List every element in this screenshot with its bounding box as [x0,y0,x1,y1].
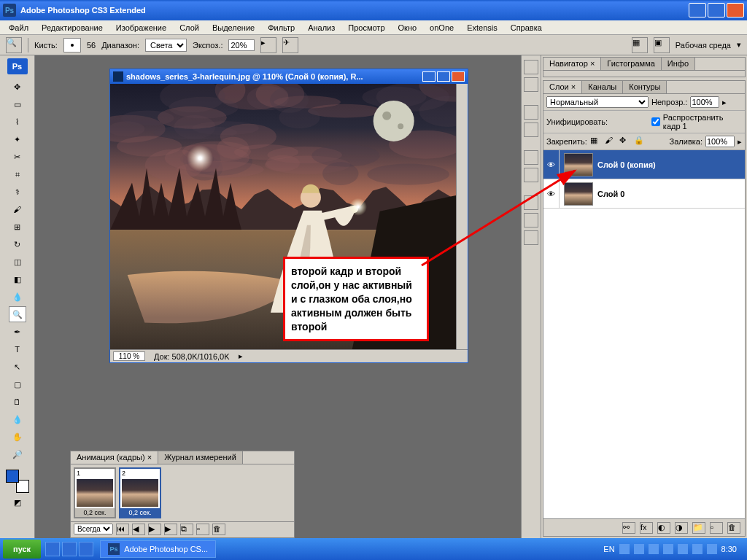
dock-icon[interactable] [524,213,538,228]
layer-group-icon[interactable]: 📁 [692,522,705,534]
blend-mode-select[interactable]: Нормальный [546,96,649,108]
history-brush-tool[interactable]: ↻ [9,236,26,252]
loop-select[interactable]: Всегда [74,524,113,534]
eraser-tool[interactable]: ◫ [9,254,26,270]
taskbar-app[interactable]: Ps Adobe Photoshop CS... [100,540,216,558]
clock[interactable]: 8:30 [721,545,737,553]
menu-filter[interactable]: Фильтр [262,22,301,34]
dock-icon[interactable] [524,105,538,120]
visibility-icon[interactable]: 👁 [543,150,560,179]
dock-icon[interactable] [524,150,538,165]
brush-tool[interactable]: 🖌 [9,201,26,217]
path-select-tool[interactable]: ↖ [9,359,26,375]
tray-icon[interactable] [619,544,630,554]
healing-tool[interactable]: ⚕ [9,184,26,200]
tab-channels[interactable]: Каналы [582,81,623,93]
unify-position-icon[interactable] [611,116,622,128]
animation-frame[interactable]: 1 0,2 сек. [74,467,116,518]
play-button[interactable]: ▶ [148,524,161,535]
document-titlebar[interactable]: shadows_series_3-harlequin.jpg @ 110% (С… [110,69,468,84]
menu-edit[interactable]: Редактирование [36,22,109,34]
move-tool[interactable]: ✥ [9,79,26,95]
blur-tool[interactable]: 💧 [9,289,26,305]
start-button[interactable]: пуск [3,540,41,559]
notes-tool[interactable]: 🗒 [9,394,26,410]
next-frame-button[interactable]: ▶ [164,524,177,535]
exposure-input[interactable] [228,39,255,51]
doc-maximize-button[interactable] [437,71,450,82]
dodge-tool[interactable]: 🔍 [9,306,26,322]
exposure-slider-icon[interactable]: ▸ [260,37,276,53]
prev-frame-button[interactable]: ◀ [132,524,145,535]
close-button[interactable] [727,3,744,18]
minimize-button[interactable] [689,3,706,18]
tab-layers[interactable]: Слои × [543,81,582,93]
menu-image[interactable]: Изображение [110,22,172,34]
first-frame-button[interactable]: ⏮ [116,524,129,535]
menu-onone[interactable]: onOne [424,22,460,34]
tray-icon[interactable] [692,544,703,554]
airbrush-icon[interactable]: ✈ [282,37,298,53]
maximize-button[interactable] [708,3,725,18]
brush-preview[interactable] [63,38,81,52]
foreground-color-swatch[interactable] [6,470,19,483]
dock-icon[interactable] [524,168,538,182]
ps-logo-icon[interactable]: Ps [7,58,28,74]
stamp-tool[interactable]: ⊞ [9,219,26,235]
delete-frame-button[interactable]: 🗑 [212,524,225,535]
lasso-tool[interactable]: ⌇ [9,114,26,130]
dock-icon[interactable] [524,230,538,245]
doc-close-button[interactable] [452,71,465,82]
lock-image-icon[interactable]: 🖌 [605,136,616,147]
menu-help[interactable]: Справка [505,22,548,34]
hand-tool[interactable]: ✋ [9,429,26,445]
lock-transparent-icon[interactable]: ▦ [590,136,602,147]
tab-measurement-log[interactable]: Журнал измерений [158,451,243,464]
menu-layer[interactable]: Слой [174,22,205,34]
layer-mask-icon[interactable]: ◐ [657,522,670,534]
tray-icon[interactable] [678,544,688,554]
zoom-tool[interactable]: 🔎 [9,446,26,462]
visibility-icon[interactable]: 👁 [543,179,560,208]
menu-extensis[interactable]: Extensis [461,22,503,34]
layer-row[interactable]: 👁 Слой 0 (копия) [543,150,745,179]
menu-window[interactable]: Окно [392,22,423,34]
tween-button[interactable]: ⧉ [180,524,193,535]
doc-minimize-button[interactable] [422,71,436,82]
dock-icon[interactable] [524,122,538,137]
unify-style-icon[interactable] [638,116,649,128]
tab-histogram[interactable]: Гистограмма [601,58,662,70]
new-layer-icon[interactable]: ▫ [710,522,723,534]
workspace-arrow-icon[interactable]: ▾ [737,40,741,50]
vertical-scrollbar[interactable] [456,84,468,349]
tab-paths[interactable]: Контуры [623,81,667,93]
propagate-checkbox[interactable] [651,117,660,126]
slice-tool[interactable]: ⌗ [9,166,26,182]
color-swatches[interactable] [6,470,29,493]
shape-tool[interactable]: ▢ [9,376,26,392]
lock-all-icon[interactable]: 🔒 [634,136,646,147]
new-frame-button[interactable]: ▫ [196,524,209,535]
zoom-input[interactable] [113,351,145,361]
pen-tool[interactable]: ✒ [9,324,26,340]
crop-tool[interactable]: ✂ [9,149,26,165]
current-tool-icon[interactable]: 🔍 [6,37,22,53]
language-indicator[interactable]: EN [603,545,614,553]
tab-animation[interactable]: Анимация (кадры) × [71,451,158,464]
menu-file[interactable]: Файл [3,22,34,34]
menu-analysis[interactable]: Анализ [302,22,341,34]
screen-mode-icon[interactable]: ▣ [654,37,670,53]
workspace-label[interactable]: Рабочая среда [676,41,731,50]
quicklaunch-icon[interactable] [45,542,60,556]
link-layers-icon[interactable]: ⚯ [622,522,635,534]
opacity-input[interactable] [690,96,719,108]
tab-info[interactable]: Инфо [662,58,695,70]
lock-position-icon[interactable]: ✥ [619,136,631,147]
layer-name[interactable]: Слой 0 (копия) [597,160,745,169]
layer-effects-icon[interactable]: fx [640,522,653,534]
quicklaunch-icon[interactable] [62,542,77,556]
tray-icon[interactable] [634,544,644,554]
animation-frame[interactable]: 2 0,2 сек. [119,467,161,518]
layer-row[interactable]: 👁 Слой 0 [543,179,745,209]
tab-navigator[interactable]: Навигатор × [543,58,601,70]
